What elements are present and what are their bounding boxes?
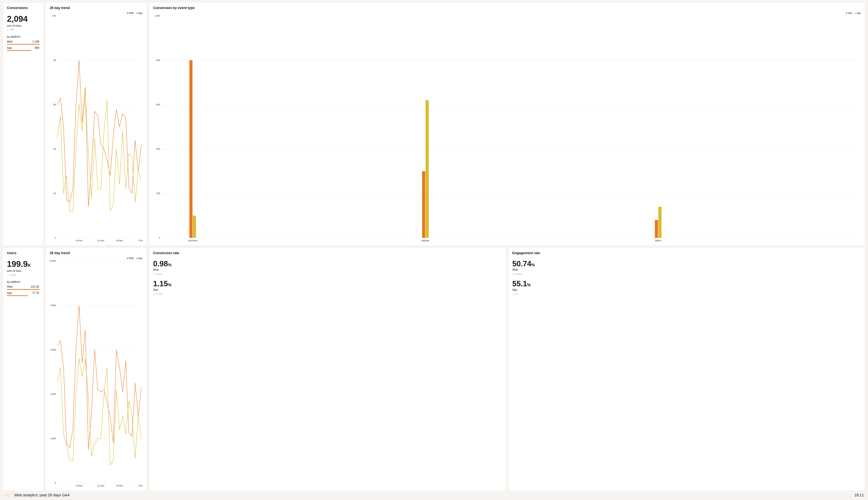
platform-bar: [7, 44, 39, 45]
svg-text:8,000: 8,000: [50, 304, 56, 307]
users-card: Users 199.9K past 28 days ▲ 22.6K by pla…: [3, 248, 43, 490]
conversion-rate-app-delta: ▲0.10%: [153, 292, 502, 295]
platform-bar: [7, 295, 39, 296]
up-arrow-icon: ▲: [153, 273, 155, 275]
trend-conversions-chart: 02040608010014 Nov21 Nov28 Nov5 Dec: [50, 15, 143, 242]
trend-conversions-chart-area: Web App 02040608010014 Nov21 Nov28 Nov5 …: [50, 12, 143, 242]
brand-logo: Triss: [3, 493, 11, 498]
legend-item-web: web: [846, 12, 852, 14]
legend-item-app: App: [136, 12, 142, 14]
platform-name: Web: [7, 40, 12, 43]
platform-value: 122.2K: [31, 285, 39, 288]
svg-text:0: 0: [55, 237, 56, 239]
svg-text:1,000: 1,000: [155, 15, 160, 17]
legend-item-web: Web: [127, 257, 134, 260]
svg-text:purchase: purchase: [188, 239, 197, 242]
svg-text:0: 0: [55, 481, 56, 484]
svg-text:14 Nov: 14 Nov: [76, 484, 83, 487]
legend-item-app: app: [855, 12, 861, 14]
svg-text:600: 600: [157, 103, 160, 106]
conversions-by-platform-label: by platform: [7, 35, 39, 38]
legend-dot-icon: [127, 12, 128, 14]
conversions-platform-list: Web1,198App896: [7, 38, 39, 51]
svg-text:60: 60: [54, 103, 56, 106]
conversion-rate-card: Conversion rate 0.98% Web ▲0.01% 1.15% A…: [149, 248, 506, 490]
conversion-rate-title: Conversion rate: [153, 251, 502, 255]
event-type-chart-area: web app 02004006008001,000purchaseupgrad…: [153, 12, 861, 242]
trend-users-title: 28 day trend: [50, 251, 143, 255]
svg-text:6,000: 6,000: [50, 349, 56, 351]
conversions-value: 2,094: [7, 15, 39, 23]
platform-value: 77.7K: [32, 292, 39, 295]
rate-cards-row: Conversion rate 0.98% Web ▲0.01% 1.15% A…: [149, 248, 865, 490]
svg-text:40: 40: [54, 148, 56, 150]
users-value: 199.9K: [7, 260, 39, 268]
users-delta: ▲ 22.6K: [7, 273, 39, 276]
up-arrow-icon: ▲: [153, 293, 155, 295]
conversion-rate-web-delta: ▲0.01%: [153, 272, 502, 275]
svg-text:14 Nov: 14 Nov: [76, 239, 83, 242]
card-grid: Conversions 2,094 past 28 days ▲ 356 by …: [3, 3, 865, 490]
svg-text:28 Nov: 28 Nov: [116, 484, 123, 487]
event-type-legend: web app: [153, 12, 861, 14]
up-arrow-icon: ▲: [7, 274, 9, 276]
dashboard: Conversions 2,094 past 28 days ▲ 356 by …: [0, 0, 868, 500]
platform-row: Web122.2K: [7, 285, 39, 290]
legend-dot-icon: [136, 12, 137, 14]
svg-text:100: 100: [52, 15, 56, 17]
svg-rect-34: [655, 220, 658, 238]
svg-text:4,000: 4,000: [50, 393, 56, 395]
legend-item-app: App: [136, 257, 142, 260]
svg-text:5 Dec: 5 Dec: [138, 484, 143, 487]
svg-text:upgrade: upgrade: [421, 239, 430, 242]
footer-time: 18:11: [855, 493, 864, 497]
trend-conversions-legend: Web App: [50, 12, 143, 14]
users-platform-list: Web122.2KApp77.7K: [7, 284, 39, 296]
svg-text:21 Nov: 21 Nov: [98, 239, 104, 242]
trend-conversions-card: 28 day trend Web App 02040608010014 Nov2…: [46, 3, 147, 245]
up-arrow-icon: ▲: [512, 293, 514, 295]
legend-dot-icon: [846, 12, 847, 14]
engagement-rate-web-delta: ▲0.03%: [512, 272, 861, 275]
platform-value: 896: [35, 46, 39, 49]
users-delta-value: 22.6K: [10, 273, 16, 276]
svg-rect-35: [658, 207, 661, 238]
trend-users-chart: 02,0004,0006,0008,00010,00014 Nov21 Nov2…: [50, 260, 143, 487]
svg-text:0: 0: [159, 237, 160, 239]
svg-text:800: 800: [157, 59, 160, 61]
users-title: Users: [7, 251, 39, 255]
platform-row: App896: [7, 46, 39, 51]
conversions-period: past 28 days: [7, 24, 39, 27]
footer: Triss Web analytics: past 28 days GA4 18…: [3, 490, 865, 500]
platform-bar: [7, 289, 39, 290]
svg-rect-32: [426, 100, 429, 238]
svg-text:80: 80: [54, 59, 56, 61]
svg-text:2,000: 2,000: [50, 437, 56, 440]
conversions-delta: ▲ 356: [7, 28, 39, 31]
up-arrow-icon: ▲: [7, 29, 9, 31]
users-period: past 28 days: [7, 269, 39, 272]
platform-bar: [7, 50, 39, 51]
svg-text:5 Dec: 5 Dec: [138, 239, 143, 242]
platform-row: Web1,198: [7, 40, 39, 45]
trend-conversions-title: 28 day trend: [50, 6, 143, 10]
platform-name: Web: [7, 285, 12, 288]
conversions-title: Conversions: [7, 6, 39, 10]
footer-title: Web analytics: past 28 days GA4: [14, 493, 70, 497]
engagement-rate-app-delta: ▲1%: [512, 292, 861, 295]
platform-name: App: [7, 46, 12, 49]
svg-text:10,000: 10,000: [50, 260, 56, 262]
svg-text:400: 400: [157, 148, 160, 150]
svg-rect-28: [190, 60, 193, 238]
svg-text:28 Nov: 28 Nov: [116, 239, 123, 242]
svg-rect-29: [193, 216, 196, 238]
platform-name: App: [7, 292, 12, 295]
engagement-rate-card: Engagement rate 50.74% Web ▲0.03% 55.1% …: [509, 248, 865, 490]
event-type-title: Conversion by event type: [153, 6, 861, 10]
engagement-rate-app: 55.1% App ▲1%: [512, 280, 861, 295]
legend-dot-icon: [136, 258, 137, 259]
trend-users-legend: Web App: [50, 257, 143, 260]
legend-item-web: Web: [127, 12, 134, 14]
engagement-rate-web: 50.74% Web ▲0.03%: [512, 260, 861, 275]
svg-rect-31: [422, 171, 425, 238]
